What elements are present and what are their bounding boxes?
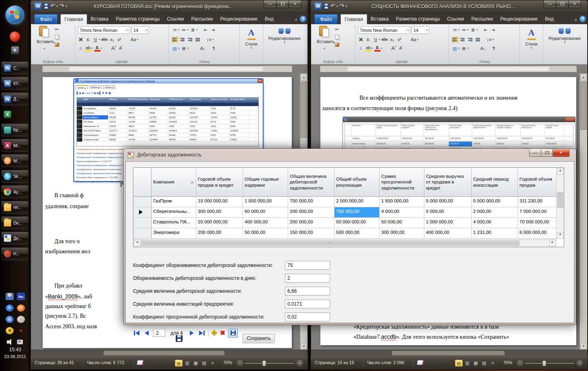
- tray-user-icon[interactable]: [6, 293, 14, 300]
- view-mode-3[interactable]: ▧: [480, 360, 488, 367]
- collapse-ribbon-icon[interactable]: ∧: [295, 18, 297, 22]
- help-icon[interactable]: ?: [580, 16, 586, 22]
- close-button[interactable]: ×: [289, 0, 301, 8]
- align-left-button[interactable]: [172, 37, 178, 42]
- taskbar-item-M[interactable]: @M...: [1, 154, 29, 167]
- styles-button[interactable]: АСтили▾: [520, 27, 543, 50]
- cut-icon[interactable]: ✂: [55, 27, 59, 32]
- grid-cell[interactable]: 200 000,00: [288, 218, 335, 228]
- font-color-button[interactable]: А: [94, 45, 100, 52]
- redo-icon[interactable]: ↷: [60, 2, 64, 10]
- copy-icon[interactable]: [55, 35, 59, 40]
- move-previous-button[interactable]: [143, 329, 150, 337]
- grid-cell[interactable]: 50 000 000,00: [335, 218, 380, 228]
- taskbar-item-Кр[interactable]: →Кр...: [1, 123, 29, 137]
- tab-Главная[interactable]: Главная: [341, 14, 367, 24]
- borders-button[interactable]: ⊞: [181, 45, 187, 52]
- position-input[interactable]: 2: [153, 329, 165, 337]
- grid-cell[interactable]: 300 000,00: [196, 207, 243, 217]
- zoom-slider[interactable]: [245, 363, 294, 364]
- highlight-button[interactable]: ab: [365, 45, 371, 52]
- superscript-button[interactable]: x²: [397, 36, 403, 43]
- debtors-grid[interactable]: КомпанияГодовой объем продаж в кредитОбщ…: [133, 167, 564, 247]
- increase-indent-button[interactable]: ⇥: [490, 27, 496, 33]
- decrease-indent-button[interactable]: ⇤: [203, 27, 209, 33]
- taskbar-item-De[interactable]: De...: [1, 216, 29, 229]
- subscript-button[interactable]: x₂: [109, 36, 115, 43]
- grid-cell[interactable]: 400 000,00: [243, 218, 288, 228]
- superscript-button[interactable]: x²: [116, 36, 123, 43]
- column-header-6[interactable]: Средняя выручка от продажи в кредит: [424, 168, 472, 196]
- save-data-button[interactable]: [228, 329, 238, 338]
- help-icon[interactable]: ?: [300, 16, 306, 22]
- qat-dropdown-icon[interactable]: ▾: [346, 4, 347, 8]
- status-page[interactable]: Страница: 26 из 41: [35, 360, 74, 365]
- view-mode-0[interactable]: ▤: [175, 360, 183, 367]
- taskbar-item-Де[interactable]: Де...: [1, 231, 29, 245]
- dialog-close-button[interactable]: ×: [553, 149, 569, 157]
- view-mode-4[interactable]: ≡: [489, 360, 497, 367]
- dialog-title-bar[interactable]: Дебиторская задолженность — ×: [124, 149, 576, 161]
- tab-Вставка[interactable]: Вставка: [87, 14, 112, 24]
- grid-cell[interactable]: 1 000 000,00: [424, 218, 472, 228]
- grid-cell[interactable]: 200 000,00: [288, 207, 335, 217]
- tab-Рассылки[interactable]: Рассылки: [187, 14, 216, 24]
- taskbar-item-C[interactable]: WC...: [1, 61, 29, 75]
- add-new-button[interactable]: ✚: [212, 329, 217, 337]
- undo-dropdown-icon[interactable]: ▾: [337, 4, 338, 8]
- move-next-button[interactable]: [188, 329, 195, 337]
- taskbar-item-rei[interactable]: rei...: [1, 201, 29, 214]
- tray-orange-icon[interactable]: O: [17, 304, 25, 312]
- maximize-button[interactable]: [276, 0, 289, 8]
- align-right-button[interactable]: [467, 37, 474, 42]
- bullets-button[interactable]: ⁝≡: [452, 27, 458, 33]
- bullets-button[interactable]: ⁝≡: [172, 27, 178, 33]
- strikethrough-button[interactable]: abc: [382, 36, 388, 43]
- shrink-font-button[interactable]: Аˇ: [118, 45, 124, 52]
- line-spacing-button[interactable]: ↕≡: [486, 36, 492, 43]
- align-center-button[interactable]: [179, 37, 186, 42]
- grow-font-button[interactable]: Аˆ: [111, 45, 117, 52]
- grid-cell[interactable]: 150 000,00: [288, 228, 335, 238]
- grid-cell[interactable]: 5 000 000,00: [424, 197, 472, 207]
- tab-Ссылки[interactable]: Ссылки: [443, 14, 467, 24]
- row-selector[interactable]: [133, 207, 152, 217]
- tab-Файл[interactable]: Файл: [34, 14, 58, 24]
- tray-gold-icon[interactable]: ✱: [6, 327, 14, 334]
- taskbar-item-H[interactable]: H...: [1, 247, 29, 261]
- taskbar-item-Mi[interactable]: AMi...: [1, 139, 29, 152]
- taskbar-item-excel[interactable]: X: [1, 108, 29, 121]
- word-app-icon[interactable]: W: [314, 2, 322, 10]
- grid-cell[interactable]: 5 000 000,00: [472, 197, 518, 207]
- shrink-font-button[interactable]: Аˇ: [398, 45, 404, 52]
- field-input-4[interactable]: 0,02: [285, 313, 330, 321]
- grid-cell[interactable]: Энергомера: [152, 228, 196, 238]
- view-mode-1[interactable]: ▥: [183, 360, 191, 367]
- move-first-button[interactable]: [133, 329, 140, 337]
- row-selector[interactable]: [133, 228, 152, 238]
- title-bar-right[interactable]: W ↶▾ ↷ ▾ СУЩНОСТЬ ФИНАНСОВОГО АНАЛИЗА В …: [311, 0, 588, 13]
- sort-button[interactable]: А↓: [200, 45, 206, 52]
- view-mode-3[interactable]: ▧: [200, 360, 208, 367]
- multilevel-button[interactable]: ≣: [470, 27, 476, 33]
- grid-cell[interactable]: 500 000,00: [335, 228, 380, 238]
- taskbar-item-Ay[interactable]: Ay...: [1, 185, 29, 198]
- grid-cell[interactable]: 50 000,00: [380, 218, 424, 228]
- change-case-button[interactable]: Аа: [131, 36, 137, 43]
- view-mode-2[interactable]: ▦: [472, 360, 480, 367]
- bold-button[interactable]: Ж: [78, 36, 84, 43]
- shading-button[interactable]: ▨: [172, 45, 178, 52]
- tab-Файл[interactable]: Файл: [314, 14, 338, 24]
- tray-redx-icon[interactable]: ×: [17, 327, 25, 334]
- taskbar-item-Д[interactable]: WД...: [1, 92, 29, 106]
- horizontal-scrollbar[interactable]: [31, 350, 308, 356]
- vertical-scrollbar[interactable]: ▲▼: [580, 73, 587, 350]
- row-selector[interactable]: [133, 218, 152, 228]
- column-header-0[interactable]: Компания: [152, 168, 196, 196]
- tray-vol-icon[interactable]: [6, 338, 14, 346]
- zoom-out-button[interactable]: −: [517, 360, 523, 366]
- justify-button[interactable]: [195, 37, 201, 42]
- tab-Главная[interactable]: Главная: [60, 14, 87, 24]
- grid-cell[interactable]: 311 230,00: [518, 197, 557, 207]
- zoom-slider-thumb[interactable]: [542, 361, 546, 366]
